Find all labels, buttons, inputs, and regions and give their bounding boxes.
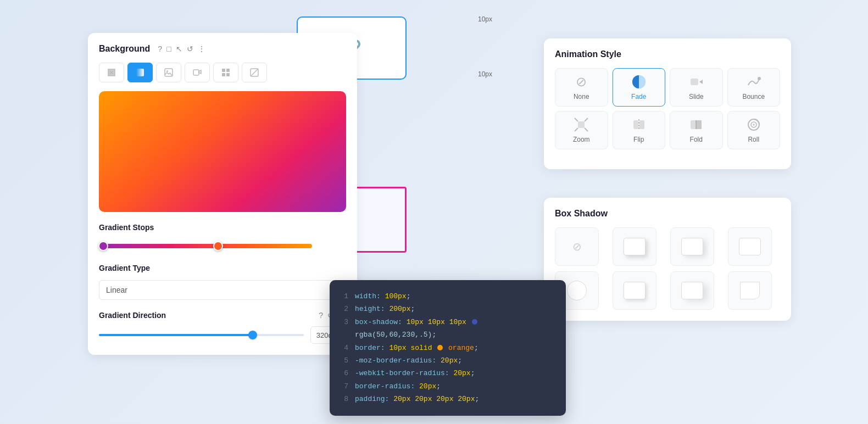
code-line-1: 1 width: 100px; (341, 290, 555, 303)
anim-slide[interactable]: Slide (670, 68, 723, 107)
shadow-preview-2 (681, 238, 703, 255)
tab-pattern[interactable] (213, 63, 238, 82)
svg-rect-13 (633, 120, 638, 129)
shadow-preview-4 (567, 281, 587, 300)
shadow-options-grid: ⊘ (555, 227, 780, 310)
none-label: None (574, 93, 589, 101)
svg-rect-3 (193, 70, 199, 75)
animation-panel-title: Animation Style (555, 49, 780, 59)
svg-rect-17 (696, 120, 702, 129)
shadow-option-6[interactable] (670, 271, 714, 310)
shadow-option-7[interactable] (728, 271, 772, 310)
bounce-label: Bounce (742, 93, 765, 101)
line-code-2: height: 200px; (355, 303, 415, 315)
shadow-preview-6 (681, 282, 703, 299)
code-line-4: 4 border: 10px solid orange; (341, 342, 555, 354)
direction-slider-row: 320deg (99, 326, 346, 344)
device-icon[interactable]: □ (166, 44, 171, 53)
more-icon[interactable]: ⋮ (198, 44, 205, 53)
tab-gradient[interactable] (127, 63, 153, 82)
zoom-icon (574, 117, 589, 132)
spacing-label-right-1: 10px (478, 70, 492, 78)
background-type-tabs (99, 63, 346, 82)
fold-icon (688, 117, 704, 132)
stop-handle-purple[interactable] (98, 241, 108, 251)
shadow-preview-1 (624, 238, 646, 255)
shadow-preview-5 (624, 282, 646, 299)
line-code-7: border-radius: 20px; (355, 380, 441, 393)
undo-icon[interactable]: ↺ (187, 44, 193, 53)
svg-point-21 (753, 124, 754, 126)
anim-zoom[interactable]: Zoom (555, 111, 608, 149)
slider-thumb[interactable] (248, 331, 257, 339)
shadow-preview-7 (740, 282, 760, 299)
gradient-stops-slider[interactable] (99, 239, 346, 253)
svg-rect-0 (136, 69, 144, 76)
gradient-preview[interactable] (99, 91, 346, 212)
animation-panel: Animation Style ⊘ None Fade Slide (544, 38, 791, 169)
gradient-stops-label: Gradient Stops (99, 223, 346, 232)
line-code-3: box-shadow: 10px 10px 10px rgba(50,60,23… (355, 316, 555, 342)
help-icon[interactable]: ? (158, 44, 162, 53)
gradient-type-label: Gradient Type (99, 264, 346, 272)
anim-roll[interactable]: Roll (727, 111, 781, 149)
shadow-preview-none: ⊘ (566, 238, 588, 255)
shadow-option-3[interactable] (728, 227, 772, 266)
stop-handle-orange[interactable] (213, 241, 223, 251)
svg-rect-12 (578, 121, 585, 128)
svg-point-11 (758, 77, 761, 80)
slide-label: Slide (689, 93, 704, 101)
svg-rect-4 (222, 69, 225, 72)
code-line-2: 2 height: 200px; (341, 303, 555, 315)
gradient-type-input[interactable] (99, 280, 346, 300)
line-code-1: width: 100px; (355, 290, 410, 303)
line-num-5: 5 (341, 354, 348, 367)
shadow-option-1[interactable] (613, 227, 656, 266)
anim-flip[interactable]: Flip (613, 111, 666, 149)
line-code-5: -moz-border-radius: 20px; (355, 354, 462, 367)
flip-icon (631, 117, 647, 132)
shadow-option-5[interactable] (613, 271, 656, 310)
code-line-5: 5 -moz-border-radius: 20px; (341, 354, 555, 367)
gradient-direction-slider[interactable] (99, 334, 304, 336)
panel-header-icons: ? □ ↖ ↺ ⋮ (158, 44, 205, 53)
fade-label: Fade (631, 93, 646, 101)
gradient-track[interactable] (103, 244, 312, 248)
tab-image[interactable] (156, 63, 181, 82)
tab-none[interactable] (242, 63, 267, 82)
tab-color[interactable] (99, 63, 124, 82)
line-num-3: 3 (341, 316, 348, 342)
slide-icon (688, 74, 704, 90)
roll-icon (746, 117, 761, 132)
gradient-direction-section: Gradient Direction ? ↺ ⋮ 320deg (99, 311, 346, 344)
line-num-4: 4 (341, 342, 348, 354)
line-code-4: border: 10px solid orange; (355, 342, 478, 354)
background-panel: Background ? □ ↖ ↺ ⋮ (88, 33, 357, 355)
code-line-6: 6 -webkit-border-radius: 20px; (341, 367, 555, 380)
anim-fade[interactable]: Fade (613, 68, 666, 107)
bounce-icon (746, 74, 761, 90)
fold-label: Fold (690, 136, 703, 143)
box-shadow-panel: Box Shadow ⊘ (544, 198, 791, 321)
anim-fold[interactable]: Fold (670, 111, 723, 149)
anim-bounce[interactable]: Bounce (727, 68, 781, 107)
svg-rect-7 (226, 73, 230, 76)
slider-fill (99, 334, 253, 336)
animation-grid: ⊘ None Fade Slide Bounce (555, 68, 780, 149)
panel-title: Background (99, 44, 150, 54)
spacing-label-top-2: 10px (478, 15, 492, 23)
gradient-direction-row: Gradient Direction ? ↺ ⋮ (99, 311, 346, 320)
svg-rect-6 (222, 73, 225, 76)
gradient-direction-label: Gradient Direction (99, 311, 166, 320)
shadow-option-2[interactable] (670, 227, 714, 266)
shadow-option-none[interactable]: ⊘ (555, 227, 599, 266)
direction-help-icon[interactable]: ? (319, 311, 323, 320)
anim-none[interactable]: ⊘ None (555, 68, 608, 107)
tab-video[interactable] (185, 63, 210, 82)
panel-header: Background ? □ ↖ ↺ ⋮ (99, 44, 346, 54)
shadow-preview-3 (739, 238, 761, 255)
line-num-7: 7 (341, 380, 348, 393)
roll-label: Roll (748, 136, 759, 143)
cursor-icon[interactable]: ↖ (176, 44, 182, 53)
line-num-1: 1 (341, 290, 348, 303)
